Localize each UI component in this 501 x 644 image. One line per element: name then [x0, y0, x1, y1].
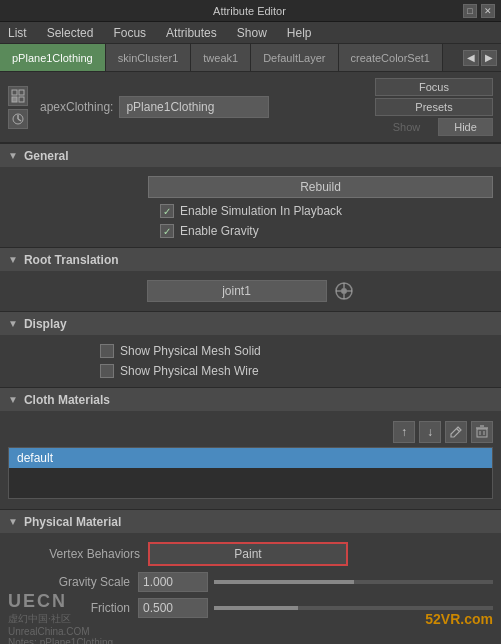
svg-rect-1: [19, 90, 24, 95]
joint-input[interactable]: [147, 280, 327, 302]
joint-row: [0, 277, 501, 305]
tab-tweak1[interactable]: tweak1: [191, 44, 251, 71]
enable-gravity-label: Enable Gravity: [180, 224, 259, 238]
cloth-toolbar: ↑ ↓: [0, 417, 501, 447]
section-content-root: [0, 271, 501, 311]
hide-button[interactable]: Hide: [438, 118, 493, 136]
svg-line-13: [457, 429, 460, 432]
svg-rect-14: [477, 429, 487, 437]
triangle-physical: ▼: [8, 516, 18, 527]
friction-slider[interactable]: [214, 606, 493, 610]
apex-label-group: apexClothing:: [8, 86, 269, 129]
cloth-list-empty: [9, 468, 492, 498]
svg-line-6: [18, 119, 21, 121]
menu-attributes[interactable]: Attributes: [162, 24, 221, 42]
apex-input[interactable]: [119, 96, 269, 118]
triangle-general: ▼: [8, 150, 18, 161]
icon-box-bottom[interactable]: [8, 109, 28, 129]
tab-defaultlayer[interactable]: DefaultLayer: [251, 44, 338, 71]
joint-icon[interactable]: [333, 280, 355, 302]
title-bar-controls: □ ✕: [463, 4, 495, 18]
friction-label: Friction: [8, 601, 138, 615]
gravity-scale-label: Gravity Scale: [8, 575, 138, 589]
section-header-general[interactable]: ▼ General: [0, 143, 501, 167]
cloth-materials-list[interactable]: default: [8, 447, 493, 499]
rebuild-button[interactable]: Rebuild: [148, 176, 493, 198]
gravity-scale-slider[interactable]: [214, 580, 493, 584]
friction-row: Friction: [0, 595, 501, 621]
tab-createcolorset1[interactable]: createColorSet1: [339, 44, 444, 71]
svg-rect-3: [19, 97, 24, 102]
enable-simulation-row: Enable Simulation In Playback: [0, 201, 501, 221]
menu-focus[interactable]: Focus: [109, 24, 150, 42]
section-header-cloth-materials[interactable]: ▼ Cloth Materials: [0, 387, 501, 411]
section-title-general: General: [24, 149, 69, 163]
enable-simulation-label: Enable Simulation In Playback: [180, 204, 342, 218]
section-header-root-translation[interactable]: ▼ Root Translation: [0, 247, 501, 271]
show-mesh-solid-row: Show Physical Mesh Solid: [0, 341, 501, 361]
tab-bar: pPlane1Clothing skinCluster1 tweak1 Defa…: [0, 44, 501, 72]
gravity-scale-row: Gravity Scale: [0, 569, 501, 595]
tab-next-button[interactable]: ▶: [481, 50, 497, 66]
section-title-physical: Physical Material: [24, 515, 121, 529]
triangle-display: ▼: [8, 318, 18, 329]
rebuild-row: Rebuild: [0, 173, 501, 201]
tab-skincluster1[interactable]: skinCluster1: [106, 44, 192, 71]
section-header-display[interactable]: ▼ Display: [0, 311, 501, 335]
menu-help[interactable]: Help: [283, 24, 316, 42]
section-title-cloth: Cloth Materials: [24, 393, 110, 407]
cloth-delete-button[interactable]: [471, 421, 493, 443]
show-mesh-solid-checkbox[interactable]: [100, 344, 114, 358]
gravity-scale-input[interactable]: [138, 572, 208, 592]
svg-rect-0: [12, 90, 17, 95]
tab-prev-button[interactable]: ◀: [463, 50, 479, 66]
title-bar-text: Attribute Editor: [36, 5, 463, 17]
enable-gravity-row: Enable Gravity: [0, 221, 501, 241]
menu-selected[interactable]: Selected: [43, 24, 98, 42]
apex-label: apexClothing:: [40, 100, 113, 114]
section-title-display: Display: [24, 317, 67, 331]
section-header-physical-material[interactable]: ▼ Physical Material: [0, 509, 501, 533]
show-mesh-wire-row: Show Physical Mesh Wire: [0, 361, 501, 381]
menu-list[interactable]: List: [4, 24, 31, 42]
cloth-edit-button[interactable]: [445, 421, 467, 443]
svg-point-8: [341, 288, 347, 294]
section-content-display: Show Physical Mesh Solid Show Physical M…: [0, 335, 501, 387]
header-buttons: Focus Presets Show Hide: [375, 78, 493, 136]
title-bar: Attribute Editor □ ✕: [0, 0, 501, 22]
vertex-behaviors-row: Vertex Behaviors Paint: [0, 539, 501, 569]
paint-button[interactable]: Paint: [148, 542, 348, 566]
vertex-behaviors-label: Vertex Behaviors: [8, 547, 148, 561]
presets-button[interactable]: Presets: [375, 98, 493, 116]
cloth-move-down-button[interactable]: ↓: [419, 421, 441, 443]
show-label: Show: [379, 119, 434, 135]
icon-box-top[interactable]: [8, 86, 28, 106]
header-area: apexClothing: Focus Presets Show Hide: [0, 72, 501, 143]
close-button[interactable]: ✕: [481, 4, 495, 18]
svg-rect-2: [12, 97, 17, 102]
enable-gravity-checkbox[interactable]: [160, 224, 174, 238]
menu-bar: List Selected Focus Attributes Show Help: [0, 22, 501, 44]
show-mesh-solid-label: Show Physical Mesh Solid: [120, 344, 261, 358]
cloth-move-up-button[interactable]: ↑: [393, 421, 415, 443]
triangle-root: ▼: [8, 254, 18, 265]
rebuild-value: Rebuild: [148, 176, 493, 198]
enable-simulation-checkbox[interactable]: [160, 204, 174, 218]
cloth-list-item-default[interactable]: default: [9, 448, 492, 468]
section-content-cloth: ↑ ↓: [0, 411, 501, 509]
menu-show[interactable]: Show: [233, 24, 271, 42]
show-mesh-wire-checkbox[interactable]: [100, 364, 114, 378]
friction-input[interactable]: [138, 598, 208, 618]
maximize-button[interactable]: □: [463, 4, 477, 18]
section-content-physical: Vertex Behaviors Paint Gravity Scale Fri…: [0, 533, 501, 627]
show-mesh-wire-label: Show Physical Mesh Wire: [120, 364, 259, 378]
main-scroll-area[interactable]: ▼ General Rebuild Enable Simulation In P…: [0, 143, 501, 644]
paint-btn-wrapper: Paint: [148, 542, 493, 566]
section-content-general: Rebuild Enable Simulation In Playback En…: [0, 167, 501, 247]
tab-nav: ◀ ▶: [459, 44, 501, 71]
focus-button[interactable]: Focus: [375, 78, 493, 96]
triangle-cloth: ▼: [8, 394, 18, 405]
tab-pplane1clothing[interactable]: pPlane1Clothing: [0, 44, 106, 71]
section-title-root: Root Translation: [24, 253, 119, 267]
